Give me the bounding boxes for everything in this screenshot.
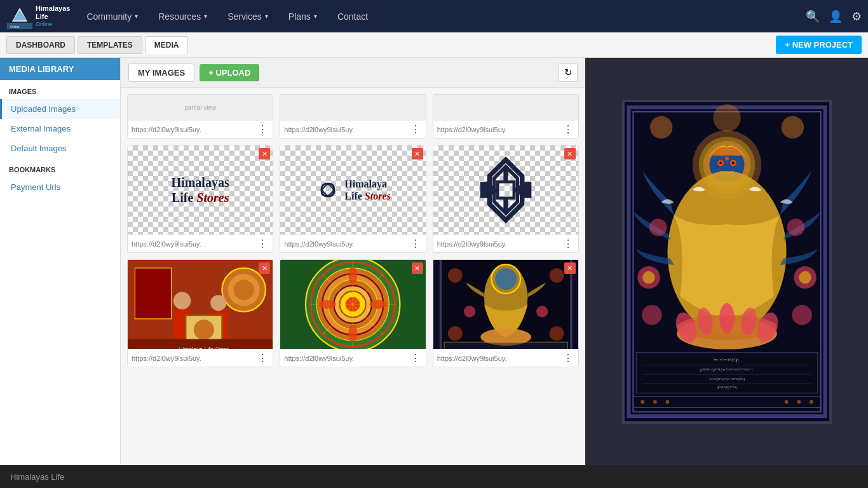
plans-chevron-icon: ▾ xyxy=(314,13,317,20)
more-options-button[interactable]: ⋮ xyxy=(562,352,574,364)
svg-point-79 xyxy=(642,271,655,283)
svg-point-59 xyxy=(713,104,740,131)
nav-resources[interactable]: Resources ▾ xyxy=(148,0,217,32)
svg-point-82 xyxy=(649,219,667,236)
svg-point-44 xyxy=(447,268,462,283)
sidebar-item-uploaded-images[interactable]: Uploaded Images xyxy=(0,99,120,119)
image-card-hls-text: ✕ HimalayasLife Stores https://d2l0wy9 xyxy=(127,145,273,253)
services-chevron-icon: ▾ xyxy=(265,13,268,20)
sidebar-section-bookmarks: Bookmarks xyxy=(0,158,120,177)
more-options-button[interactable]: ⋮ xyxy=(562,238,574,250)
top-nav: Online Himalayas Life Online Community ▾… xyxy=(0,0,868,32)
nav-right-icons: 🔍 👤 ⚙ xyxy=(806,10,862,24)
delete-button[interactable]: ✕ xyxy=(564,148,576,159)
svg-text:Himalaya Life Store: Himalaya Life Store xyxy=(179,346,229,349)
svg-point-67 xyxy=(719,161,722,164)
new-project-button[interactable]: + NEW PROJECT xyxy=(776,36,862,54)
image-thumb: ✕ HimalayasLife Stores xyxy=(128,146,273,234)
svg-point-75 xyxy=(719,302,735,332)
more-options-button[interactable]: ⋮ xyxy=(256,352,269,364)
community-chevron-icon: ▾ xyxy=(135,13,138,20)
table-row: partial view https://d2l0wy9lsui5uy. ⋮ xyxy=(127,94,273,139)
svg-point-81 xyxy=(799,271,811,283)
sidebar-item-default-images[interactable]: Default Images xyxy=(0,139,120,158)
svg-point-95 xyxy=(641,400,644,403)
more-options-button[interactable]: ⋮ xyxy=(562,123,574,135)
svg-point-84 xyxy=(642,304,661,324)
svg-point-45 xyxy=(549,268,564,283)
logo-combo-image: HimalayaLife Stores xyxy=(280,146,425,234)
svg-point-97 xyxy=(665,400,669,403)
user-icon[interactable]: 👤 xyxy=(829,10,843,24)
url-text: https://d2l0wy9lsui5uy. xyxy=(132,126,256,133)
svg-point-53 xyxy=(536,306,548,317)
svg-text:ཨོམ་མ་ཎི་པདྨེ་ཧཱུྃ་ཧྲཱིཿ: ཨོམ་མ་ཎི་པདྨེ་ཧཱུྃ་ཧྲཱིཿ xyxy=(712,358,739,362)
image-thumb: ✕ xyxy=(280,260,425,349)
secondary-bar: Dashboard Templates Media + NEW PROJECT xyxy=(0,32,868,58)
delete-button[interactable]: ✕ xyxy=(412,262,423,274)
logo-icon: Online xyxy=(6,3,33,30)
image-card-hls-combo: ✕ xyxy=(280,145,426,253)
nav-community[interactable]: Community ▾ xyxy=(76,0,148,32)
my-images-button[interactable]: MY IMAGES xyxy=(128,64,194,82)
svg-point-98 xyxy=(784,400,788,403)
more-options-button[interactable]: ⋮ xyxy=(409,123,422,135)
tab-templates[interactable]: Templates xyxy=(78,36,142,54)
svg-rect-5 xyxy=(315,177,341,203)
svg-point-15 xyxy=(234,280,254,300)
table-row: https://d2l0wy9lsui5uy. ⋮ xyxy=(280,94,426,139)
table-row: https://d2l0wy9lsui5uy. ⋮ xyxy=(433,94,579,139)
svg-text:བཀྲ་ཤིས་པར་གྱུར་ཅིག།: བཀྲ་ཤིས་པར་གྱུར་ཅིག། xyxy=(717,385,736,389)
resources-chevron-icon: ▾ xyxy=(204,13,207,20)
more-options-button[interactable]: ⋮ xyxy=(409,238,422,250)
knot-image xyxy=(433,146,578,234)
svg-point-22 xyxy=(194,320,214,340)
delete-button[interactable]: ✕ xyxy=(412,148,423,159)
svg-point-40 xyxy=(319,300,336,309)
svg-point-83 xyxy=(787,219,804,236)
sidebar: Media Library Images Uploaded Images Ext… xyxy=(0,58,121,465)
refresh-button[interactable]: ↻ xyxy=(559,63,578,82)
image-card-mandala: ✕ xyxy=(280,259,426,367)
settings-icon[interactable]: ⚙ xyxy=(851,10,862,24)
upload-button[interactable]: + UPLOAD xyxy=(200,64,259,81)
image-card-thangka-small: ✕ xyxy=(433,259,579,367)
svg-point-85 xyxy=(792,304,811,324)
more-options-button[interactable]: ⋮ xyxy=(256,238,269,250)
content-area: MY IMAGES + UPLOAD ↻ partial view https:… xyxy=(121,58,868,465)
more-options-button[interactable]: ⋮ xyxy=(409,352,422,364)
nav-items: Community ▾ Resources ▾ Services ▾ Plans… xyxy=(76,0,806,32)
thangka-preview-art: ཨོམ་མ་ཎི་པདྨེ་ཧཱུྃ་ཧྲཱིཿ སྒྲུབ་ཐབས་ལས་བྱ… xyxy=(622,102,832,421)
media-toolbar: MY IMAGES + UPLOAD ↻ xyxy=(121,58,585,88)
media-section: MY IMAGES + UPLOAD ↻ partial view https:… xyxy=(121,58,585,465)
nav-plans[interactable]: Plans ▾ xyxy=(278,0,327,32)
svg-point-50 xyxy=(495,268,517,290)
delete-button[interactable]: ✕ xyxy=(564,262,576,274)
svg-rect-16 xyxy=(135,268,171,319)
sidebar-item-external-images[interactable]: External Images xyxy=(0,119,120,139)
svg-point-96 xyxy=(653,400,656,403)
logo[interactable]: Online Himalayas Life Online xyxy=(6,3,70,30)
tab-dashboard[interactable]: Dashboard xyxy=(6,36,75,54)
image-thumb: ✕ xyxy=(433,260,578,349)
tab-media[interactable]: Media xyxy=(145,36,189,54)
svg-point-100 xyxy=(809,400,813,403)
nav-contact[interactable]: Contact xyxy=(327,0,378,32)
sidebar-section-images: Images xyxy=(0,80,120,99)
svg-rect-6 xyxy=(498,182,514,198)
search-icon[interactable]: 🔍 xyxy=(806,10,820,24)
sidebar-item-payment-urls[interactable]: Payment Urls xyxy=(0,177,120,197)
svg-text:གཞན་ཕན་བྱེད་ལ་རྟག་ཏུ་འབད་པར་བྱ: གཞན་ཕན་བྱེད་ལ་རྟག་ཏུ་འབད་པར་བྱའོ།། xyxy=(709,377,745,381)
svg-point-58 xyxy=(649,116,672,138)
more-options-button[interactable]: ⋮ xyxy=(256,123,269,135)
svg-point-39 xyxy=(349,325,358,342)
sidebar-header: Media Library xyxy=(0,58,120,80)
main-layout: Media Library Images Uploaded Images Ext… xyxy=(0,58,868,465)
svg-point-52 xyxy=(464,306,475,317)
delete-button[interactable]: ✕ xyxy=(259,262,270,274)
delete-button[interactable]: ✕ xyxy=(259,148,270,159)
footer-text: Himalayas Life xyxy=(10,472,64,482)
nav-services[interactable]: Services ▾ xyxy=(217,0,278,32)
svg-point-69 xyxy=(725,156,729,160)
svg-point-17 xyxy=(173,292,191,309)
